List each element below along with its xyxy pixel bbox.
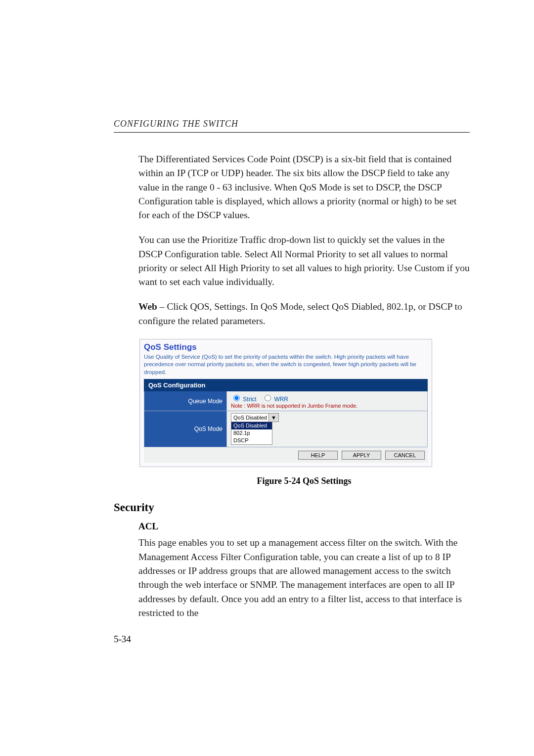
web-rest: – Click QOS, Settings. In QoS Mode, sele… bbox=[138, 301, 462, 326]
qos-configuration-header-row: QoS Configuration bbox=[144, 379, 428, 391]
qos-mode-row: QoS Mode QoS Disabled ▼ QoS Disabled 802… bbox=[144, 411, 428, 447]
qos-configuration-header: QoS Configuration bbox=[144, 379, 428, 391]
wrr-radio[interactable] bbox=[265, 395, 271, 401]
acl-paragraph: This page enables you to set up a manage… bbox=[138, 536, 470, 620]
qos-settings-screenshot: QoS Settings Use Quality of Service (QoS… bbox=[139, 339, 432, 468]
qos-mode-option-list: QoS Disabled 802.1p DSCP bbox=[231, 422, 272, 445]
web-lead: Web bbox=[138, 301, 157, 312]
running-head: CONFIGURING THE SWITCH bbox=[114, 119, 470, 129]
qos-mode-label: QoS Mode bbox=[144, 411, 227, 447]
figure-caption: Figure 5-24 QoS Settings bbox=[138, 476, 470, 486]
queue-mode-strict[interactable]: Strict bbox=[231, 396, 258, 403]
qos-settings-title: QoS Settings bbox=[144, 342, 428, 352]
qos-mode-option-dscp[interactable]: DSCP bbox=[231, 437, 272, 444]
qos-mode-option-8021p[interactable]: 802.1p bbox=[231, 429, 272, 437]
cancel-button[interactable]: CANCEL bbox=[385, 451, 425, 460]
qos-mode-option-disabled[interactable]: QoS Disabled bbox=[231, 422, 272, 429]
wrr-note: Note : WRR is not supported in Jumbo Fra… bbox=[231, 403, 423, 409]
chevron-down-icon[interactable]: ▼ bbox=[268, 414, 278, 422]
header-rule bbox=[114, 132, 470, 133]
security-heading: Security bbox=[114, 501, 470, 514]
qos-mode-select[interactable]: QoS Disabled ▼ bbox=[231, 413, 279, 422]
queue-mode-label: Queue Mode bbox=[144, 391, 227, 411]
paragraph-prioritize: You can use the Prioritize Traffic drop-… bbox=[138, 233, 470, 289]
qos-configuration-table: QoS Configuration Queue Mode Strict WRR bbox=[144, 379, 428, 447]
queue-mode-row: Queue Mode Strict WRR Note : WRR is not … bbox=[144, 391, 428, 411]
paragraph-web: Web – Click QOS, Settings. In QoS Mode, … bbox=[138, 300, 470, 328]
qos-settings-description: Use Quality of Service (QoS) to set the … bbox=[144, 353, 428, 377]
queue-mode-wrr[interactable]: WRR bbox=[262, 396, 288, 403]
paragraph-dscp: The Differentiated Services Code Point (… bbox=[138, 152, 470, 222]
strict-radio[interactable] bbox=[233, 395, 240, 401]
help-button[interactable]: HELP bbox=[298, 451, 338, 460]
strict-label: Strict bbox=[243, 396, 256, 403]
button-row: HELP APPLY CANCEL bbox=[144, 447, 428, 463]
acl-heading: ACL bbox=[138, 521, 470, 532]
wrr-label: WRR bbox=[274, 396, 288, 403]
qos-mode-select-value: QoS Disabled bbox=[233, 415, 267, 421]
apply-button[interactable]: APPLY bbox=[342, 451, 381, 460]
page-number: 5-34 bbox=[114, 634, 470, 645]
